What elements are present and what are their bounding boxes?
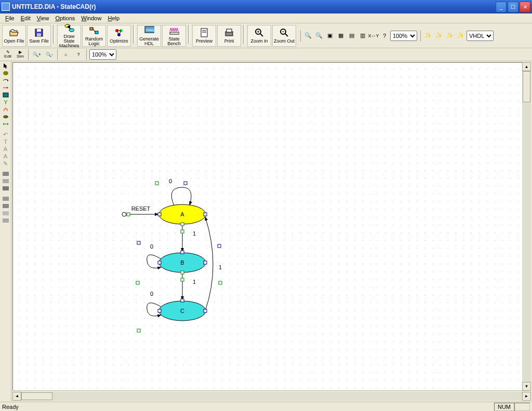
toolbar-label: Save File [29, 39, 49, 44]
hdl-button[interactable]: VHDLGenerate HDL [137, 25, 161, 47]
svg-rect-62 [181, 299, 184, 302]
bidir-tool[interactable] [1, 120, 11, 128]
rand-icon [89, 25, 99, 36]
close-button[interactable]: ✕ [520, 2, 530, 12]
block-tool[interactable] [1, 91, 11, 99]
open-button[interactable]: Open File [2, 25, 26, 47]
help2-icon[interactable]: ? [73, 49, 84, 60]
color2-tool[interactable] [1, 177, 11, 185]
toolbar-main: Open FileSave FileDraw State MachinesRan… [0, 23, 532, 48]
print-button[interactable]: Print [217, 25, 241, 47]
nav-icon[interactable]: ▣ [325, 31, 335, 41]
scrollbar-v[interactable]: ▲ ▼ [522, 62, 531, 391]
color1-tool[interactable] [1, 170, 11, 177]
svg-rect-46 [155, 182, 158, 185]
zoom-in2-icon[interactable]: 🔍+ [31, 49, 43, 60]
scroll-left-icon[interactable]: ◄ [12, 392, 21, 401]
main-area: ↶ T A A ✎ RESETABC010101 ◄ [0, 61, 532, 402]
zoomout-icon [279, 28, 289, 38]
toolbar-label: State Bench [163, 37, 185, 46]
trans-tool[interactable] [1, 77, 11, 84]
font-tool[interactable]: A [1, 153, 11, 160]
color3-tool[interactable] [1, 185, 11, 192]
color6-tool[interactable] [1, 210, 11, 217]
app-icon [2, 3, 10, 11]
pen-tool[interactable]: ✎ [1, 160, 11, 167]
canvas-wrap: RESETABC010101 ◄ ► [11, 61, 532, 402]
select-tool[interactable] [1, 62, 11, 70]
xy-icon[interactable]: X↔Y [368, 31, 379, 41]
svg-rect-59 [181, 278, 184, 281]
text2-tool[interactable]: A [1, 145, 11, 153]
preview-icon [199, 28, 209, 38]
fsm-icon [64, 23, 74, 33]
grid-icon[interactable]: ▤ [347, 31, 357, 41]
tree-tool[interactable] [1, 106, 11, 113]
svg-rect-27 [3, 93, 8, 97]
scroll-up-icon[interactable]: ▲ [522, 62, 531, 71]
state-tool[interactable] [1, 70, 11, 77]
zoomout-button[interactable]: Zoom Out [272, 25, 296, 47]
menu-help[interactable]: Help [104, 15, 123, 22]
preview-button[interactable]: Preview [192, 25, 216, 47]
help-icon[interactable]: ? [379, 31, 390, 41]
zoom-select[interactable]: 100% [390, 31, 417, 41]
canvas[interactable]: RESETABC010101 [12, 62, 531, 391]
maximize-button[interactable]: ☐ [508, 2, 518, 12]
zoom-out-icon[interactable]: 🔍 [314, 31, 324, 41]
home-icon[interactable]: ⌂ [60, 49, 72, 60]
wand4-icon[interactable]: ✨ [456, 31, 466, 41]
zoom-out2-icon[interactable]: 🔍- [44, 49, 55, 60]
minimize-button[interactable]: _ [496, 2, 507, 12]
fit-icon[interactable]: ▦ [336, 31, 346, 41]
toolbar-label: Open File [4, 39, 24, 44]
svg-text:0: 0 [150, 291, 153, 297]
edit-mode-button[interactable]: ✎Edit [2, 49, 14, 60]
wand-icon[interactable]: ✨ [423, 31, 433, 41]
zoom-in-icon[interactable]: 🔍 [303, 31, 313, 41]
toolbar-second: ✎Edit ▶Sim 🔍+ 🔍- ⌂ ? 100% [0, 48, 532, 61]
save-icon [34, 28, 44, 38]
scroll-down-icon[interactable]: ▼ [522, 382, 531, 391]
scrollbar-h[interactable]: ◄ ► [12, 392, 531, 401]
svg-rect-6 [95, 31, 98, 34]
fsm-button[interactable]: Draw State Machines [57, 25, 81, 47]
wand3-icon[interactable]: ✨ [445, 31, 455, 41]
menu-file[interactable]: File [2, 15, 18, 22]
svg-text:B: B [180, 259, 184, 266]
wand2-icon[interactable]: ✨ [434, 31, 444, 41]
opt-button[interactable]: Optimize [107, 25, 131, 47]
menu-edit[interactable]: Edit [18, 15, 34, 22]
zoomin-button[interactable]: Zoom In [247, 25, 271, 47]
text-tool[interactable]: T [1, 138, 11, 145]
ellipse-tool[interactable] [1, 113, 11, 120]
menu-options[interactable]: Options [52, 15, 78, 22]
arrow-tool[interactable] [1, 84, 11, 91]
undo-tool[interactable]: ↶ [1, 131, 11, 138]
merge-tool[interactable] [1, 99, 11, 106]
svg-rect-63 [158, 309, 161, 312]
scroll-h-thumb[interactable] [21, 392, 52, 400]
color5-tool[interactable] [1, 202, 11, 210]
scroll-right-icon[interactable]: ► [522, 392, 531, 401]
status-blank [514, 403, 530, 411]
grid2-icon[interactable]: ▥ [357, 31, 368, 41]
scroll-v-thumb[interactable] [523, 71, 530, 102]
svg-line-19 [260, 34, 263, 36]
svg-point-28 [3, 115, 8, 118]
svg-point-25 [3, 71, 8, 75]
hdl-lang-select[interactable]: VHDL [467, 31, 494, 41]
toolbar-label: Zoom In [250, 39, 268, 44]
zoomin-icon [254, 28, 264, 38]
save-button[interactable]: Save File [27, 25, 51, 47]
menu-view[interactable]: View [34, 15, 52, 22]
rand-button[interactable]: Random Logic [82, 25, 106, 47]
bench-button[interactable]: State Bench [162, 25, 186, 47]
color7-tool[interactable] [1, 217, 11, 224]
menu-window[interactable]: Window [78, 15, 104, 22]
toolbar-label: Zoom Out [274, 39, 295, 44]
state-diagram[interactable]: RESETABC010101 [13, 63, 531, 391]
color4-tool[interactable] [1, 195, 11, 202]
zoom-select-2[interactable]: 100% [89, 49, 116, 60]
sim-mode-button[interactable]: ▶Sim [15, 49, 26, 60]
